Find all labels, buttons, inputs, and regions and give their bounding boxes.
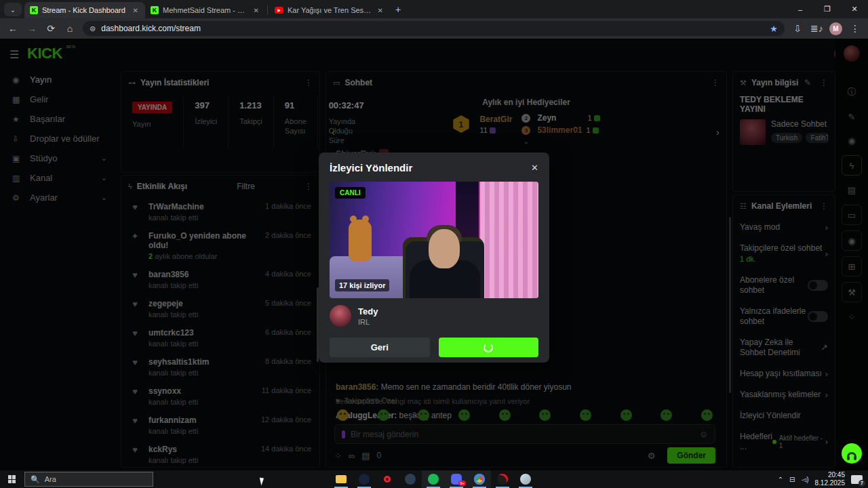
- downloads-icon[interactable]: ⇩: [791, 23, 804, 34]
- search-placeholder: Ara: [45, 475, 56, 483]
- minimize-button[interactable]: –: [787, 0, 814, 18]
- forward-icon[interactable]: →: [26, 23, 38, 34]
- notification-badge: 7: [859, 480, 865, 487]
- back-button[interactable]: Geri: [330, 338, 430, 357]
- network-icon[interactable]: ⊟: [789, 476, 795, 483]
- browser-menu-icon[interactable]: ⋮: [849, 23, 861, 34]
- opera-icon: [384, 476, 391, 483]
- notification-center-icon[interactable]: 7: [851, 475, 863, 484]
- bookmark-star-icon[interactable]: ★: [770, 24, 778, 34]
- taskbar-app-obs-record[interactable]: [491, 470, 514, 488]
- system-tray: ⌃ ⊟ ◅) 20:45 8.12.2025 7: [778, 471, 868, 487]
- taskbar-app-dark-app[interactable]: [399, 470, 422, 488]
- browser-tab[interactable]: KMehmetSaid Stream - Watch Li...✕: [145, 2, 266, 18]
- tray-date: 8.12.2025: [815, 479, 846, 487]
- taskbar-app-chrome[interactable]: [468, 470, 491, 488]
- taskbar-app-discord[interactable]: 9+: [445, 470, 468, 488]
- close-button[interactable]: ✕: [841, 0, 868, 18]
- windows-taskbar: 🔍 Ara 9+ ⌃ ⊟ ◅) 20:45 8.12.2025 7: [0, 470, 868, 488]
- tab-close-icon[interactable]: ✕: [376, 7, 384, 14]
- taskbar-search[interactable]: 🔍 Ara: [24, 472, 153, 487]
- modal-title: İzleyici Yönlendir: [330, 162, 412, 174]
- site-settings-icon[interactable]: ⊜: [90, 24, 96, 33]
- target-channel-category: IRL: [358, 318, 378, 326]
- obs-record-icon: [497, 474, 508, 485]
- browser-tab[interactable]: KStream - Kick Dashboard✕: [24, 2, 145, 18]
- live-chip: CANLI: [335, 187, 366, 199]
- taskbar-clock[interactable]: 20:45 8.12.2025: [815, 471, 846, 487]
- reload-icon[interactable]: ⟳: [45, 23, 57, 34]
- tab-close-icon[interactable]: ✕: [252, 7, 260, 14]
- target-channel-avatar: [330, 305, 351, 327]
- viewer-count-chip: 17 kişi izliyor: [335, 279, 389, 291]
- back-icon[interactable]: ←: [7, 23, 19, 34]
- redirect-viewers-modal: İzleyici Yönlendir ✕ CANLI 17 kişi izliy…: [319, 152, 549, 363]
- tab-title: Stream - Kick Dashboard: [42, 6, 127, 14]
- youtube-favicon: ▶: [275, 7, 283, 14]
- start-button[interactable]: [0, 470, 24, 488]
- taskbar-app-spotify[interactable]: [422, 470, 445, 488]
- file-explorer-icon: [336, 475, 347, 483]
- search-icon: 🔍: [31, 475, 40, 484]
- steam-icon: [359, 474, 370, 485]
- windows-logo-icon: [8, 475, 16, 483]
- taskbar-app-file-explorer[interactable]: [330, 470, 353, 488]
- kick-dashboard-page: ☰ KICK BETA ◉Yayın▦Gelir★Başarılar⇩Dropl…: [0, 39, 868, 470]
- scene-curtain: [480, 182, 538, 298]
- scene-person-head: [429, 229, 460, 268]
- modal-close-icon[interactable]: ✕: [531, 163, 538, 173]
- paint-app-icon: [520, 474, 531, 485]
- stream-preview[interactable]: CANLI 17 kişi izliyor: [330, 182, 538, 298]
- restore-button[interactable]: ❐: [814, 0, 841, 18]
- spotify-icon: [428, 474, 439, 485]
- tab-search-button[interactable]: ⌄: [4, 3, 22, 16]
- address-bar[interactable]: ⊜ dashboard.kick.com/stream ★: [83, 21, 785, 36]
- browser-tab[interactable]: ▶Kar Yağışı ve Tren Sesi – Arkan...✕: [269, 2, 390, 18]
- headset-icon: [847, 452, 856, 458]
- home-icon[interactable]: ⌂: [64, 23, 76, 34]
- browser-profile-avatar[interactable]: M: [829, 22, 842, 35]
- taskbar-app-paint-app[interactable]: [514, 470, 537, 488]
- tab-separator: [267, 5, 268, 15]
- browser-toolbar: ← → ⟳ ⌂ ⊜ dashboard.kick.com/stream ★ ⇩ …: [0, 18, 868, 39]
- scene-bed: [330, 256, 411, 298]
- scene-teddy: [349, 220, 372, 262]
- dark-app-icon: [405, 474, 416, 485]
- loading-spinner-icon: [484, 343, 493, 352]
- tab-title: Kar Yağışı ve Tren Sesi – Arkan...: [288, 6, 372, 14]
- taskbar-app-steam[interactable]: [353, 470, 376, 488]
- tray-chevron-icon[interactable]: ⌃: [778, 476, 783, 483]
- tray-time: 20:45: [815, 471, 846, 479]
- tab-title: MehmetSaid Stream - Watch Li...: [163, 6, 248, 14]
- support-chat-button[interactable]: [842, 443, 862, 464]
- confirm-redirect-button[interactable]: [439, 338, 539, 357]
- badge-count: 9+: [458, 481, 466, 486]
- kick-favicon: K: [151, 6, 159, 14]
- target-channel-name: Tedy: [358, 306, 378, 317]
- taskbar-app-opera[interactable]: [376, 470, 399, 488]
- url-text[interactable]: dashboard.kick.com/stream: [101, 24, 764, 33]
- playlist-extension-icon[interactable]: ≣♪: [810, 23, 823, 34]
- kick-favicon: K: [30, 6, 38, 14]
- new-tab-button[interactable]: +: [390, 1, 406, 18]
- volume-icon[interactable]: ◅): [801, 476, 808, 483]
- browser-tab-bar: ⌄ KStream - Kick Dashboard✕KMehmetSaid S…: [0, 0, 868, 18]
- chrome-icon: [474, 474, 485, 485]
- tab-close-icon[interactable]: ✕: [132, 7, 140, 14]
